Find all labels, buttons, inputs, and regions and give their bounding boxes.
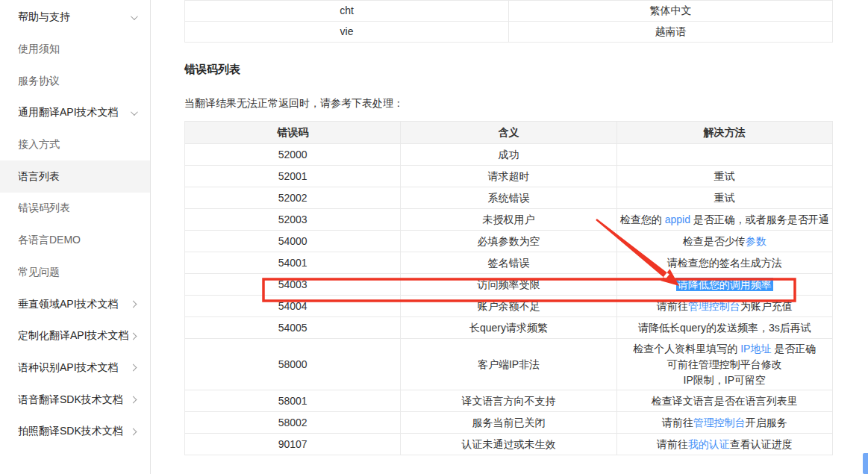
- chevron-down-icon: [131, 13, 138, 20]
- chevron-right-icon: [130, 364, 137, 372]
- error-meaning-cell: 必填参数为空: [401, 231, 616, 252]
- error-code-cell: 54000: [185, 231, 401, 252]
- error-code-cell: 54003: [185, 274, 401, 296]
- sidebar-item-label: 定制化翻译API技术文档: [18, 329, 129, 343]
- sidebar-item-label: 接入方式: [18, 138, 60, 152]
- sidebar-item-faq[interactable]: 常见问题: [0, 257, 150, 289]
- sidebar-item-label: 语言列表: [18, 170, 60, 184]
- link-admin-console[interactable]: 管理控制台: [688, 300, 740, 312]
- sidebar-item-label: 常见问题: [18, 266, 60, 279]
- error-code-cell: 58002: [185, 412, 401, 434]
- sidebar-item-custom-translate-api-docs[interactable]: 定制化翻译API技术文档: [0, 320, 150, 352]
- chevron-down-icon: [131, 108, 138, 116]
- error-meaning-cell: 认证未通过或未生效: [401, 434, 616, 455]
- error-solution-cell: 请前往我的认证查看认证进度: [616, 434, 832, 455]
- sidebar-item-language-list[interactable]: 语言列表: [0, 160, 150, 193]
- error-solution-cell: [616, 144, 832, 166]
- sidebar-item-label: 语种识别API技术文档: [18, 361, 119, 375]
- error-code-table: 错误码含义解决方法 52000成功52001请求超时重试52002系统错误重试5…: [184, 121, 833, 455]
- link-my-auth[interactable]: 我的认证: [688, 438, 730, 450]
- sidebar-item-error-code-list[interactable]: 错误码列表: [0, 193, 150, 225]
- error-meaning-cell: 成功: [401, 144, 616, 166]
- sidebar-item-label: 使用须知: [18, 43, 60, 56]
- error-code-cell: 52003: [185, 209, 401, 231]
- language-table-row: vie越南语: [185, 22, 833, 43]
- sidebar-item-label: 服务协议: [18, 75, 60, 88]
- error-meaning-cell: 系统错误: [401, 187, 616, 209]
- error-solution-cell: 请前往管理控制台为账户充值: [616, 296, 832, 317]
- sidebar-nav: 帮助与支持使用须知服务协议通用翻译API技术文档接入方式语言列表错误码列表各语言…: [0, 1, 150, 448]
- sidebar-item-speech-translate-sdk-docs[interactable]: 语音翻译SDK技术文档: [0, 384, 150, 416]
- error-code-cell: 52002: [185, 187, 401, 209]
- error-meaning-cell: 客户端IP非法: [401, 339, 616, 390]
- error-solution-cell: 检查个人资料里填写的 IP地址 是否正确可前往管理控制平台修改IP限制，IP可留…: [616, 339, 832, 390]
- error-solution-cell: 重试: [616, 187, 832, 209]
- error-table-row-58000: 58000客户端IP非法检查个人资料里填写的 IP地址 是否正确可前往管理控制平…: [185, 339, 833, 390]
- error-table-row-52002: 52002系统错误重试: [185, 187, 833, 209]
- error-code-cell: 52000: [185, 144, 401, 166]
- error-solution-cell: 请降低长query的发送频率，3s后再试: [616, 317, 832, 339]
- error-code-cell: 58000: [185, 339, 401, 390]
- error-meaning-cell: 请求超时: [401, 166, 616, 187]
- sidebar-item-label: 各语言DEMO: [18, 234, 81, 247]
- error-code-cell: 90107: [185, 434, 401, 455]
- sidebar-item-help-support[interactable]: 帮助与支持: [0, 1, 150, 34]
- error-table-row-58002: 58002服务当前已关闭请前往管理控制台开启服务: [185, 412, 833, 434]
- link-appid[interactable]: appid: [665, 213, 690, 225]
- main-content: cht繁体中文vie越南语 错误码列表 当翻译结果无法正常返回时，请参考下表处理…: [184, 0, 833, 474]
- error-table-row-58001: 58001译文语言方向不支持检查译文语言是否在语言列表里: [185, 390, 833, 412]
- error-meaning-cell: 访问频率受限: [401, 274, 616, 296]
- language-table-cell: vie: [185, 22, 509, 43]
- sidebar-item-label: 帮助与支持: [18, 10, 70, 24]
- error-code-cell: 58001: [185, 390, 401, 412]
- error-code-cell: 54005: [185, 317, 401, 339]
- sidebar-item-label: 错误码列表: [18, 202, 70, 215]
- error-table-row-52001: 52001请求超时重试: [185, 166, 833, 187]
- chevron-right-icon: [130, 428, 137, 435]
- error-solution-cell: 检查译文语言是否在语言列表里: [616, 390, 832, 412]
- sidebar-item-access-method[interactable]: 接入方式: [0, 129, 150, 161]
- link-ip-address[interactable]: IP地址: [740, 343, 771, 355]
- error-code-cell: 54001: [185, 252, 401, 274]
- error-table-header-cell: 错误码: [185, 122, 401, 144]
- sidebar-item-photo-translate-sdk-docs[interactable]: 拍照翻译SDK技术文档: [0, 416, 150, 448]
- sidebar: 帮助与支持使用须知服务协议通用翻译API技术文档接入方式语言列表错误码列表各语言…: [0, 0, 151, 474]
- sidebar-item-label: 拍照翻译SDK技术文档: [18, 425, 123, 438]
- sidebar-item-general-translate-api-docs[interactable]: 通用翻译API技术文档: [0, 97, 150, 129]
- sidebar-item-label: 通用翻译API技术文档: [18, 106, 119, 119]
- error-meaning-cell: 签名错误: [401, 252, 616, 274]
- error-table-header-cell: 含义: [401, 122, 616, 144]
- sidebar-item-usage-notice[interactable]: 使用须知: [0, 34, 150, 66]
- language-table-body: cht繁体中文vie越南语: [185, 1, 833, 43]
- error-solution-cell: 请前往管理控制台开启服务: [616, 412, 832, 434]
- language-table-row: cht繁体中文: [185, 1, 833, 22]
- link-params[interactable]: 参数: [746, 235, 766, 247]
- link-admin-console-2[interactable]: 管理控制台: [693, 417, 746, 428]
- selected-text-highlight: 请降低您的调用频率: [676, 278, 773, 291]
- error-table-header-cell: 解决方法: [616, 122, 832, 144]
- error-table-row-54004: 54004账户余额不足请前往管理控制台为账户充值: [185, 296, 833, 317]
- error-meaning-cell: 未授权用户: [401, 209, 616, 231]
- sidebar-item-language-demo[interactable]: 各语言DEMO: [0, 225, 150, 257]
- error-solution-cell: 重试: [616, 166, 832, 187]
- chevron-right-icon: [130, 301, 137, 308]
- error-solution-cell: 请降低您的调用频率: [616, 274, 832, 296]
- error-solution-cell: 请检查您的签名生成方法: [616, 252, 832, 274]
- section-intro: 当翻译结果无法正常返回时，请参考下表处理：: [184, 97, 404, 110]
- sidebar-item-service-agreement[interactable]: 服务协议: [0, 65, 150, 97]
- language-table-cell: 繁体中文: [509, 1, 833, 22]
- error-meaning-cell: 译文语言方向不支持: [401, 390, 616, 412]
- section-heading: 错误码列表: [184, 63, 240, 77]
- error-table-row-54001: 54001签名错误请检查您的签名生成方法: [185, 252, 833, 274]
- partial-blue-button[interactable]: [863, 453, 868, 474]
- error-table-row-52000: 52000成功: [185, 144, 833, 166]
- chevron-right-icon: [130, 396, 137, 404]
- language-table-cell: 越南语: [509, 22, 833, 43]
- error-table-row-90107: 90107认证未通过或未生效请前往我的认证查看认证进度: [185, 434, 833, 455]
- sidebar-item-vertical-api-docs[interactable]: 垂直领域API技术文档: [0, 288, 150, 320]
- error-meaning-cell: 服务当前已关闭: [401, 412, 616, 434]
- error-table-row-54003: 54003访问频率受限请降低您的调用频率: [185, 274, 833, 296]
- error-table-header-row: 错误码含义解决方法: [185, 122, 833, 144]
- sidebar-item-language-detect-api-docs[interactable]: 语种识别API技术文档: [0, 352, 150, 384]
- error-code-cell: 54004: [185, 296, 401, 317]
